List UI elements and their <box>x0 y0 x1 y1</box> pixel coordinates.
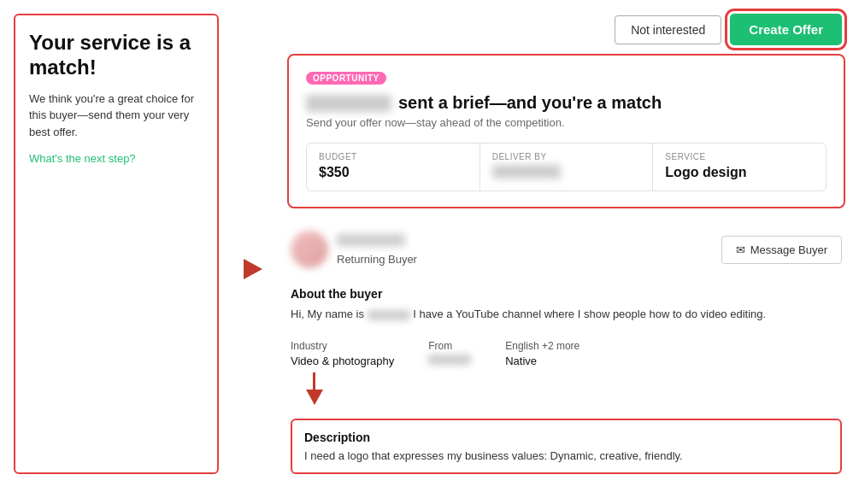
from-label: From <box>428 340 471 352</box>
language-value: Native <box>505 355 580 367</box>
not-interested-button[interactable]: Not interested <box>615 15 721 44</box>
description-title: Description <box>304 431 828 444</box>
deliver-label: DELIVER BY <box>492 152 641 161</box>
description-card: Description I need a logo that expresses… <box>291 419 842 474</box>
next-step-link[interactable]: What's the next step? <box>29 152 136 165</box>
about-text-after: I have a YouTube channel where I show pe… <box>413 308 766 320</box>
right-arrow-indicator <box>236 14 270 474</box>
buyer-section: Returning Buyer ✉ Message Buyer About th… <box>287 219 845 474</box>
buyer-info: Returning Buyer <box>291 231 417 268</box>
buyer-meta: Industry Video & photography From Englis… <box>291 340 842 367</box>
budget-label: BUDGET <box>319 152 468 161</box>
match-title: Your service is a match! <box>29 31 203 80</box>
meta-language: English +2 more Native <box>505 340 580 367</box>
buyer-name-blurred <box>306 95 391 112</box>
opportunity-badge: OPPORTUNITY <box>306 72 386 85</box>
opportunity-card: OPPORTUNITY sent a brief—and you're a ma… <box>287 54 845 208</box>
industry-value: Video & photography <box>291 355 394 367</box>
opportunity-title-suffix: sent a brief—and you're a match <box>398 93 662 113</box>
from-country-blurred <box>428 355 471 365</box>
service-value: Logo design <box>665 165 814 180</box>
match-panel: Your service is a match! We think you're… <box>14 14 219 474</box>
deliver-detail: DELIVER BY <box>480 144 654 190</box>
budget-value: $350 <box>319 165 468 180</box>
create-offer-button[interactable]: Create Offer <box>730 14 842 45</box>
envelope-icon: ✉ <box>736 243 745 256</box>
message-buyer-button[interactable]: ✉ Message Buyer <box>721 236 842 264</box>
down-arrow-line <box>313 372 315 390</box>
message-button-label: Message Buyer <box>750 243 827 256</box>
about-title: About the buyer <box>291 287 842 301</box>
meta-industry: Industry Video & photography <box>291 340 394 367</box>
buyer-name-blurred-text <box>337 234 405 246</box>
deliver-date-blurred <box>492 165 561 179</box>
about-text: Hi, My name is I have a YouTube channel … <box>291 306 842 323</box>
service-detail: SERVICE Logo design <box>653 144 826 190</box>
industry-label: Industry <box>291 340 394 352</box>
description-text: I need a logo that expresses my business… <box>304 449 828 462</box>
match-subtitle: We think you're a great choice for this … <box>29 91 203 141</box>
meta-from: From <box>428 340 471 367</box>
buyer-avatar <box>291 231 328 268</box>
action-bar: Not interested Create Offer <box>287 14 845 45</box>
right-panel: Not interested Create Offer OPPORTUNITY … <box>287 14 845 474</box>
arrow-right-icon <box>244 259 262 279</box>
opportunity-subtitle: Send your offer now—stay ahead of the co… <box>306 116 827 129</box>
from-value <box>428 355 471 367</box>
budget-detail: BUDGET $350 <box>307 144 480 190</box>
down-arrow-indicator <box>303 372 842 405</box>
buyer-header: Returning Buyer ✉ Message Buyer <box>291 231 842 268</box>
buyer-label: Returning Buyer <box>337 253 417 266</box>
deliver-value <box>492 165 641 182</box>
down-arrow-icon <box>306 390 323 405</box>
buyer-name-wrapper: Returning Buyer <box>337 234 417 266</box>
about-section: About the buyer Hi, My name is I have a … <box>291 287 842 323</box>
about-name-blurred <box>368 310 410 320</box>
opportunity-details: BUDGET $350 DELIVER BY SERVICE Logo desi… <box>306 143 827 191</box>
about-text-before: Hi, My name is <box>291 308 368 320</box>
service-label: SERVICE <box>665 152 814 161</box>
language-label: English +2 more <box>505 340 580 352</box>
opportunity-title: sent a brief—and you're a match <box>306 93 827 113</box>
